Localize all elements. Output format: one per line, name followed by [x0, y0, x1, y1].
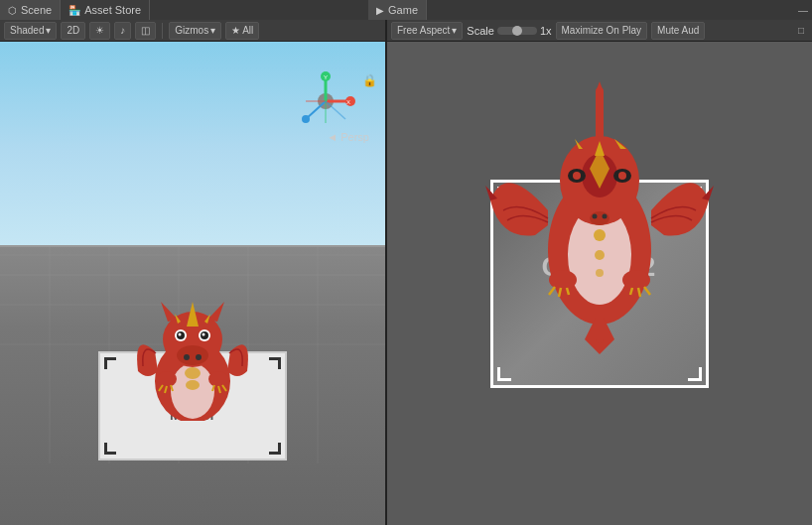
svg-point-71 [590, 211, 609, 225]
game-viewport[interactable]: CO AR2 M [387, 42, 812, 525]
maximize-on-play-button[interactable]: Maximize On Play [556, 22, 648, 40]
gizmo-svg: X Y [296, 71, 355, 131]
scene-toolbar: Shaded ▾ 2D ☀ ♪ ◫ Gizmos ▾ ★ All [0, 20, 385, 42]
asset-store-icon: 🏪 [68, 5, 80, 16]
svg-point-13 [184, 354, 190, 360]
game-tab-icon: ▶ [376, 5, 384, 16]
svg-point-56 [549, 270, 577, 290]
svg-point-73 [603, 214, 608, 219]
svg-point-33 [186, 380, 200, 390]
svg-point-20 [203, 333, 205, 336]
scene-viewport[interactable]: CO R2 Marker [0, 42, 385, 525]
svg-point-78 [595, 250, 605, 260]
svg-point-12 [177, 345, 208, 365]
mute-audio-button[interactable]: Mute Aud [651, 22, 705, 40]
aspect-dropdown-icon: ▾ [452, 25, 457, 36]
aspect-label: Free Aspect [397, 25, 450, 36]
scene-tab-icon: ⬡ [8, 5, 17, 16]
corner-marker-bl [497, 367, 511, 381]
tab-game[interactable]: ▶ Game [368, 0, 427, 20]
svg-point-45 [302, 115, 310, 123]
scale-slider[interactable] [497, 27, 537, 35]
aspect-dropdown-button[interactable]: Free Aspect ▾ [391, 22, 463, 40]
gizmos-button[interactable]: Gizmos ▾ [169, 22, 221, 40]
svg-line-58 [549, 287, 555, 295]
all-filter-button[interactable]: ★ All [225, 22, 259, 40]
svg-marker-23 [207, 302, 224, 322]
svg-point-19 [179, 333, 182, 336]
horizon-line [0, 245, 385, 247]
tab-asset-store[interactable]: 🏪 Asset Store [61, 0, 150, 20]
2d-button[interactable]: 2D [61, 22, 85, 40]
scene-panel: Shaded ▾ 2D ☀ ♪ ◫ Gizmos ▾ ★ All [0, 20, 387, 525]
svg-point-14 [196, 354, 202, 360]
star-icon: ★ [231, 25, 240, 36]
audio-toggle-button[interactable]: ♪ [114, 22, 131, 40]
scale-value: 1x [540, 25, 552, 37]
toolbar-separator [162, 23, 163, 39]
svg-point-24 [157, 371, 177, 387]
window-minimize-btn[interactable]: — [794, 0, 812, 20]
svg-marker-52 [597, 81, 603, 89]
svg-line-48 [326, 101, 345, 119]
dragon-game-svg [485, 81, 714, 359]
gizmo-widget[interactable]: X Y [296, 71, 355, 131]
light-icon: ☀ [95, 25, 104, 36]
tab-scene[interactable]: ⬡ Scene [0, 0, 61, 20]
shading-dropdown-icon: ▾ [46, 25, 51, 36]
effects-icon: ◫ [141, 25, 150, 36]
svg-text:X: X [346, 99, 350, 105]
game-tab-label: Game [388, 4, 418, 16]
dragon-scene-svg [123, 262, 262, 421]
game-panel-minimize-btn[interactable]: □ [794, 25, 808, 36]
top-tab-bar: ⬡ Scene 🏪 Asset Store ▶ Game — [0, 0, 812, 20]
svg-point-69 [573, 172, 581, 180]
svg-point-25 [208, 371, 228, 387]
svg-point-77 [594, 229, 606, 241]
svg-point-79 [596, 269, 604, 277]
audio-icon: ♪ [120, 25, 125, 36]
svg-point-57 [622, 270, 650, 290]
svg-text:Y: Y [324, 74, 328, 80]
svg-point-70 [618, 172, 626, 180]
main-layout: Shaded ▾ 2D ☀ ♪ ◫ Gizmos ▾ ★ All [0, 20, 812, 525]
svg-line-61 [644, 287, 650, 295]
persp-label: ◄ Persp [327, 131, 369, 143]
shading-button[interactable]: Shaded ▾ [4, 22, 57, 40]
scale-area: Scale 1x [467, 25, 551, 37]
game-panel: Free Aspect ▾ Scale 1x Maximize On Play … [387, 20, 812, 525]
svg-point-72 [593, 214, 598, 219]
effects-toggle-button[interactable]: ◫ [135, 22, 156, 40]
asset-store-label: Asset Store [84, 4, 141, 16]
corner-marker-br [688, 367, 702, 381]
game-toolbar: Free Aspect ▾ Scale 1x Maximize On Play … [387, 20, 812, 42]
scale-label: Scale [467, 25, 494, 37]
scale-knob [512, 26, 522, 36]
svg-point-32 [185, 367, 201, 379]
svg-marker-22 [161, 302, 178, 322]
light-toggle-button[interactable]: ☀ [89, 22, 110, 40]
svg-line-44 [306, 101, 326, 119]
lock-icon[interactable]: 🔒 [362, 73, 377, 87]
gizmos-dropdown-icon: ▾ [210, 25, 215, 36]
scene-tab-label: Scene [21, 4, 52, 16]
